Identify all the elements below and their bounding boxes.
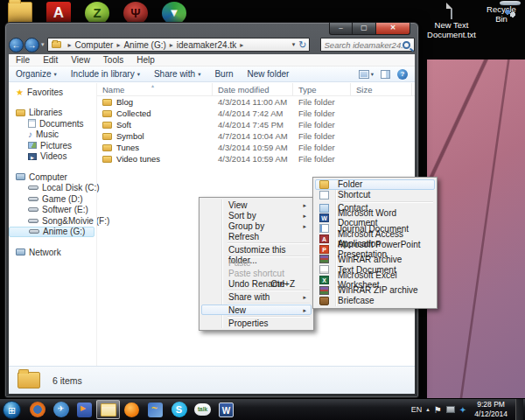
taskbar-item-orange-ball-app[interactable]: [120, 400, 144, 419]
show-hidden-icons-button[interactable]: ▴: [426, 406, 430, 413]
menu-separator: [228, 290, 310, 290]
breadcrumb-item-current-folder[interactable]: ideamaker24.tk: [177, 40, 236, 50]
search-box[interactable]: [320, 38, 415, 52]
context-menu-item-customize-this-folder[interactable]: Customize this folder...: [201, 244, 312, 255]
burn-button[interactable]: Burn: [214, 69, 233, 79]
documents-icon: [28, 119, 36, 128]
menu-bar: File Edit View Tools Help: [9, 54, 415, 66]
sidebar-item-song-movie-f[interactable]: Song&Moivie (F:): [9, 215, 96, 227]
desktop-wallpaper: [427, 60, 525, 398]
address-dropdown-icon[interactable]: ▾: [292, 41, 296, 48]
firefox-icon: [30, 402, 46, 417]
preview-pane-icon[interactable]: [381, 70, 390, 79]
file-row-video-tunes[interactable]: Video tunes 4/3/2014 10:59 AMFile folder: [97, 153, 415, 164]
new-submenu-item-excel-worksheet[interactable]: XMicrosoft Excel Worksheet: [315, 275, 435, 285]
show-desktop-button[interactable]: [515, 399, 523, 420]
taskbar-item-firefox[interactable]: [25, 400, 49, 419]
shortcut-label: Ctrl+Z: [271, 279, 296, 290]
taskbar-item-word[interactable]: W: [214, 400, 238, 419]
new-submenu-item-word-document[interactable]: WMicrosoft Word Document: [315, 213, 435, 223]
change-view-button[interactable]: ▾: [359, 70, 374, 79]
sidebar-item-local-disk-c[interactable]: Local Disk (C:): [9, 183, 96, 194]
new-submenu-item-shortcut[interactable]: ↗Shortcut: [315, 190, 435, 200]
taskbar: ⊞ ✈ S talk W EN ▴ ⚑ ✦ 9:28 PM 4/12/2014: [0, 398, 525, 420]
sidebar-item-documents[interactable]: Documents: [9, 118, 96, 130]
new-submenu-item-folder[interactable]: Folder: [315, 179, 435, 190]
context-menu-item-undo-rename[interactable]: Undo RenameCtrl+Z: [201, 278, 312, 289]
taskbar-item-skype[interactable]: S: [167, 400, 191, 419]
new-folder-button[interactable]: New folder: [248, 69, 290, 79]
taskbar-item-explorer-active[interactable]: [96, 400, 120, 419]
file-row-collected[interactable]: Collected 4/4/2014 7:42 AMFile folder: [97, 108, 415, 119]
refresh-icon[interactable]: ↻: [298, 39, 306, 51]
maximize-button[interactable]: ▢: [353, 23, 375, 35]
context-menu-item-refresh[interactable]: Refresh: [201, 231, 312, 242]
sidebar-item-pictures[interactable]: Pictures: [9, 140, 96, 151]
menu-help[interactable]: Help: [136, 55, 155, 65]
sidebar-item-network[interactable]: Network: [9, 247, 96, 258]
sidebar-item-game-d[interactable]: Game (D:): [9, 193, 96, 205]
file-row-symbol[interactable]: Symbol 4/7/2014 10:04 AMFile folder: [97, 130, 415, 142]
folder-icon: [52, 41, 61, 48]
sidebar-item-softwer-e[interactable]: Softwer (E:): [9, 205, 96, 216]
context-menu-item-properties[interactable]: Properties: [201, 318, 312, 328]
share-with-button[interactable]: Share with▾: [154, 69, 201, 79]
menu-file[interactable]: File: [16, 55, 30, 65]
excel-icon: X: [319, 276, 329, 284]
column-header-date-modified[interactable]: Date modified: [213, 83, 293, 95]
language-indicator[interactable]: EN: [411, 405, 423, 414]
taskbar-item-media-player[interactable]: [73, 400, 96, 419]
column-header-size[interactable]: Size: [351, 83, 412, 95]
include-in-library-button[interactable]: Include in library▾: [71, 69, 140, 79]
column-header-type[interactable]: Type: [293, 83, 351, 95]
taskbar-item-photo-app[interactable]: [144, 400, 167, 419]
taskbar-item-google-talk[interactable]: talk: [191, 400, 214, 419]
sidebar-item-anime-g[interactable]: Anime (G:): [9, 227, 94, 238]
breadcrumb[interactable]: ▸ Computer ▸ Anime (G:) ▸ ideamaker24.tk…: [47, 38, 310, 52]
desktop-icon-new-text-document[interactable]: New Text Document.txt: [427, 4, 476, 40]
network-tray-icon[interactable]: [446, 406, 455, 413]
photo-app-icon: [148, 402, 163, 417]
file-row-tunes[interactable]: Tunes 4/3/2014 10:59 AMFile folder: [97, 142, 415, 153]
context-menu-item-new[interactable]: New▸: [201, 304, 312, 315]
recent-pages-dropdown-icon[interactable]: ▾: [41, 41, 45, 48]
help-icon[interactable]: ?: [397, 69, 408, 80]
tray-app-icon[interactable]: ✦: [459, 405, 466, 415]
breadcrumb-arrow-icon: ▸: [116, 41, 120, 49]
journal-icon: [319, 224, 329, 233]
minimize-button[interactable]: –: [329, 23, 353, 35]
desktop-icon-recycle-bin[interactable]: Recycle Bin: [480, 4, 523, 24]
sidebar-item-favorites[interactable]: ★Favorites: [9, 87, 96, 98]
new-submenu-item-winrar-archive[interactable]: WinRAR archive: [315, 255, 435, 265]
breadcrumb-item-drive[interactable]: Anime (G:): [123, 40, 165, 50]
sidebar-item-music[interactable]: ♪Music: [9, 130, 96, 141]
sidebar-item-videos[interactable]: ▶Videos: [9, 151, 96, 163]
context-menu-item-view[interactable]: View▸: [201, 200, 312, 210]
new-submenu-item-briefcase[interactable]: Briefcase: [315, 296, 435, 306]
start-button[interactable]: ⊞: [3, 401, 21, 419]
menu-tools[interactable]: Tools: [103, 55, 123, 65]
sidebar-item-libraries[interactable]: Libraries: [9, 108, 96, 119]
back-button[interactable]: ←: [9, 38, 24, 52]
column-header-name[interactable]: Name: [97, 83, 213, 95]
context-menu-item-share-with[interactable]: Share with▸: [201, 291, 312, 302]
sidebar-item-computer[interactable]: Computer: [9, 172, 96, 183]
action-center-flag-icon[interactable]: ⚑: [434, 405, 442, 415]
organize-button[interactable]: Organize▾: [16, 69, 57, 79]
new-submenu-item-winrar-zip-archive[interactable]: WinRAR ZIP archive: [315, 285, 435, 296]
close-button[interactable]: ✕: [375, 23, 410, 35]
folder-icon: [102, 122, 112, 129]
context-menu-item-sort-by[interactable]: Sort by▸: [201, 210, 312, 220]
window-caption-buttons: – ▢ ✕: [329, 23, 410, 35]
search-input[interactable]: [325, 40, 402, 50]
new-submenu-item-powerpoint-presentation[interactable]: PMicrosoft PowerPoint Presentation: [315, 244, 435, 255]
menu-view[interactable]: View: [71, 55, 90, 65]
menu-edit[interactable]: Edit: [43, 55, 58, 65]
context-menu-item-group-by[interactable]: Group by▸: [201, 220, 312, 231]
taskbar-item-thunderbird[interactable]: ✈: [49, 400, 73, 419]
file-row-blog[interactable]: Blog 4/3/2014 11:00 AMFile folder: [97, 96, 415, 108]
taskbar-clock[interactable]: 9:28 PM 4/12/2014: [471, 400, 511, 418]
file-row-soft[interactable]: Soft 4/4/2014 7:45 PMFile folder: [97, 119, 415, 130]
forward-button[interactable]: →: [24, 38, 39, 52]
breadcrumb-item-computer[interactable]: Computer: [75, 40, 114, 50]
